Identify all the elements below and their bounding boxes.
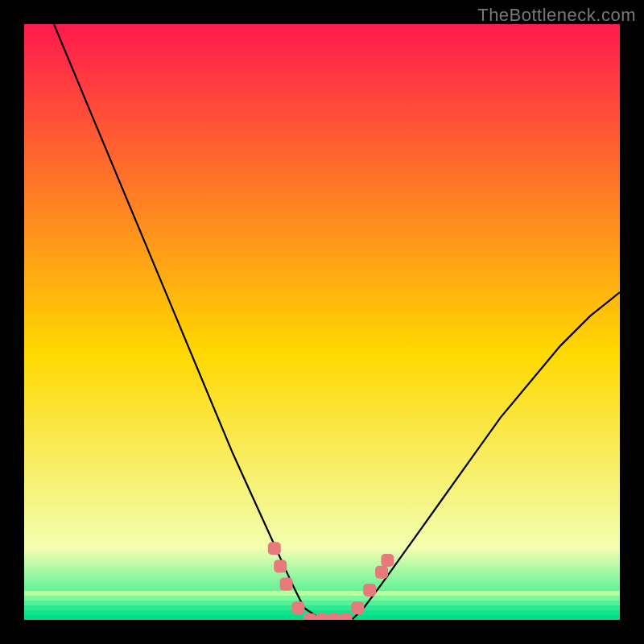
- highlight-marker: [268, 542, 281, 555]
- plot-background: [24, 24, 620, 620]
- svg-rect-2: [24, 601, 620, 605]
- highlight-marker: [363, 584, 376, 597]
- svg-rect-0: [24, 591, 620, 596]
- highlight-marker: [280, 578, 293, 591]
- highlight-marker: [375, 566, 388, 579]
- highlight-marker: [381, 554, 394, 567]
- attribution-label: TheBottleneck.com: [477, 5, 636, 26]
- bottleneck-chart: [0, 0, 644, 644]
- highlight-marker: [291, 601, 304, 614]
- svg-rect-3: [24, 605, 620, 610]
- chart-container: TheBottleneck.com: [0, 0, 644, 644]
- highlight-marker: [274, 559, 287, 572]
- highlight-marker: [351, 601, 364, 614]
- svg-rect-1: [24, 596, 620, 601]
